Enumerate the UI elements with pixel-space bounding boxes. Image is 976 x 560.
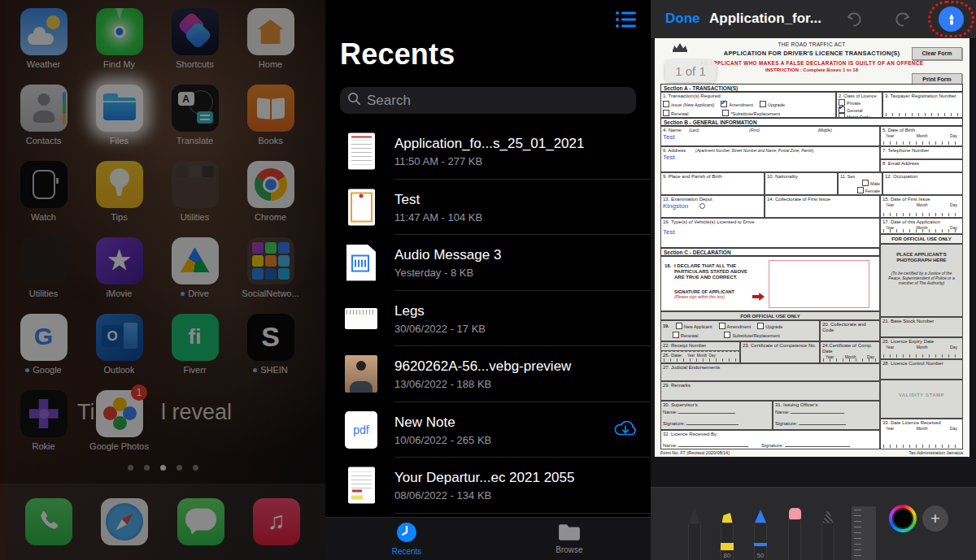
utilities-folder-icon	[172, 161, 219, 208]
field-date-of-birth[interactable]: 5. Date of Birth YearMonthDay	[880, 126, 963, 146]
depot-picker-icon[interactable]	[699, 203, 705, 209]
file-name: Test	[394, 191, 482, 207]
tab-label: Browse	[556, 545, 582, 554]
clear-form-button[interactable]: Clear Form	[912, 47, 962, 60]
app-shein[interactable]: S SHEIN	[233, 314, 308, 390]
app-fiverr[interactable]: fi Fiverr	[157, 314, 233, 390]
checkbox-issue[interactable]	[663, 101, 669, 107]
google-app-icon: G	[20, 314, 68, 361]
field-name[interactable]: 4. Name (Last) (First) (Middle) Test	[660, 126, 880, 146]
app-outlook[interactable]: O Outlook	[81, 314, 157, 390]
file-thumbnail	[345, 308, 377, 329]
app-shortcuts[interactable]: Shortcuts	[157, 8, 233, 85]
field-21-base-stock: 21. Base Stock Number	[880, 317, 963, 337]
list-view-button[interactable]	[615, 10, 638, 29]
file-row-test[interactable]: Test 11:47 AM - 104 KB	[325, 180, 651, 236]
folder-utilities-2[interactable]: Utilities	[6, 237, 81, 314]
file-meta: 30/06/2022 - 17 KB	[394, 322, 486, 334]
outlook-app-icon: O	[96, 314, 143, 361]
done-button[interactable]: Done	[665, 11, 700, 27]
checkbox-upgrade[interactable]	[760, 101, 766, 107]
file-row-application-form[interactable]: Application_fo...s_25_01_2021 11:50 AM -…	[325, 124, 651, 180]
file-row-legs[interactable]: Legs 30/06/2022 - 17 KB	[325, 291, 651, 347]
ruler-tool[interactable]	[852, 506, 876, 560]
field-vehicle-types[interactable]: 16. Type(s) of Vehicle(s) Licensed to Dr…	[660, 218, 880, 248]
lasso-pencil-tool[interactable]	[821, 509, 834, 560]
file-row-photo-preview[interactable]: 9620262A-56...vebg-preview 13/06/2022 - …	[325, 346, 651, 402]
field-collectorate-first-issue[interactable]: 14. Collectorate of First Issue	[765, 195, 880, 218]
field-place-of-birth[interactable]: 9. Place and Parish of Birth	[660, 172, 765, 195]
home-page-dots[interactable]	[0, 465, 325, 471]
search-input[interactable]: Search	[340, 87, 636, 114]
color-picker-wheel[interactable]	[889, 505, 917, 532]
app-contacts[interactable]: Contacts	[6, 85, 81, 161]
page-dot	[176, 465, 182, 471]
app-weather[interactable]: Weather	[6, 8, 81, 85]
folder-utilities[interactable]: Utilities	[157, 161, 233, 237]
field-nationality[interactable]: 10. Nationality	[765, 172, 838, 195]
pen-tool[interactable]	[688, 508, 701, 560]
icloud-download-icon[interactable]	[613, 419, 638, 441]
checkbox-19-amendment[interactable]	[719, 323, 725, 329]
checkbox-19-substitute[interactable]	[724, 332, 730, 338]
file-row-audio-message[interactable]: Audio Message 3 Yesterday - 8 KB	[325, 235, 651, 291]
checkbox-19-upgrade[interactable]	[757, 323, 764, 329]
markup-pen-button[interactable]	[939, 7, 964, 32]
app-books[interactable]: Books	[233, 85, 308, 161]
checkbox-substitute[interactable]	[722, 110, 729, 116]
page-number-badge: 1 of 1	[665, 60, 716, 82]
add-tool-button[interactable]: +	[922, 506, 948, 532]
app-files[interactable]: Files	[81, 85, 157, 161]
folder-socialnetwork[interactable]: SocialNetwo...	[233, 237, 308, 314]
document-title: Application_for...	[709, 11, 821, 27]
imovie-app-icon: ★	[96, 237, 143, 284]
checkbox-female[interactable]	[857, 187, 864, 193]
app-watch[interactable]: Watch	[6, 161, 81, 237]
app-label: Shortcuts	[176, 59, 213, 69]
address-value: Test	[663, 154, 878, 161]
app-chrome[interactable]: Chrome	[233, 161, 308, 237]
app-label: iMovie	[107, 289, 133, 298]
file-row-new-note[interactable]: pdf New Note 10/06/2022 - 265 KB	[325, 402, 651, 458]
section-c-header: Section C - DECLARATION	[660, 248, 880, 256]
field-email[interactable]: 8. Email Address	[880, 159, 963, 172]
app-rokie[interactable]: Rokie	[6, 390, 81, 467]
app-drive[interactable]: Drive	[157, 237, 233, 314]
app-findmy[interactable]: Find My	[81, 8, 157, 85]
phone-app-icon[interactable]	[25, 498, 72, 545]
document-viewer-panel: Done Application_for... THE ROAD TRAFFIC	[651, 0, 976, 560]
app-imovie[interactable]: ★ iMovie	[81, 237, 157, 314]
tab-browse[interactable]: Browse	[488, 518, 651, 560]
field-telephone[interactable]: 7. Telephone Number	[880, 146, 963, 159]
field-date-of-application[interactable]: 17. Date of this Application YearMonthDa…	[880, 218, 963, 234]
undo-icon[interactable]	[844, 10, 864, 29]
page-dot	[193, 465, 198, 471]
section-b-header: Section B - GENERAL INFORMATION	[660, 118, 963, 126]
tab-recents[interactable]: Recents	[325, 518, 488, 560]
field-occupation[interactable]: 12. Occupation	[882, 172, 963, 195]
eraser-tool[interactable]	[788, 508, 801, 560]
safari-app-icon[interactable]	[101, 498, 148, 545]
signature-box[interactable]	[769, 260, 869, 308]
app-home[interactable]: Home	[233, 8, 308, 85]
messages-app-icon[interactable]	[177, 498, 224, 545]
app-google-photos[interactable]: 1 Google Photos	[81, 390, 157, 467]
checkbox-amendment-checked[interactable]	[721, 101, 727, 107]
checkbox-general-checked[interactable]	[839, 106, 845, 113]
redo-icon[interactable]	[893, 10, 913, 29]
field-taxpayer-number[interactable]: 3. Taxpayer Registration Number	[882, 92, 963, 118]
field-examination-depot[interactable]: 13. Examination Depot Kingston	[660, 195, 765, 218]
checkbox-renewal[interactable]	[663, 110, 669, 116]
checkbox-19-new[interactable]	[676, 323, 682, 329]
app-translate[interactable]: A Translate	[157, 85, 233, 161]
checkbox-19-renewal[interactable]	[673, 332, 679, 338]
field-date-first-issue[interactable]: 15. Date of First Issue YearMonthDay	[880, 195, 963, 218]
file-row-departure[interactable]: Your Departur...ec 2021 2055 08/06/2022 …	[325, 458, 651, 514]
app-google[interactable]: G Google	[6, 314, 81, 390]
checkbox-male[interactable]	[862, 180, 869, 186]
file-name: Audio Message 3	[394, 247, 501, 263]
app-tips[interactable]: Tips	[81, 161, 157, 237]
search-placeholder: Search	[367, 93, 411, 109]
music-app-icon[interactable]: ♫	[253, 498, 300, 545]
field-address[interactable]: 6. Address (Apartment Number, Street Num…	[660, 146, 880, 172]
